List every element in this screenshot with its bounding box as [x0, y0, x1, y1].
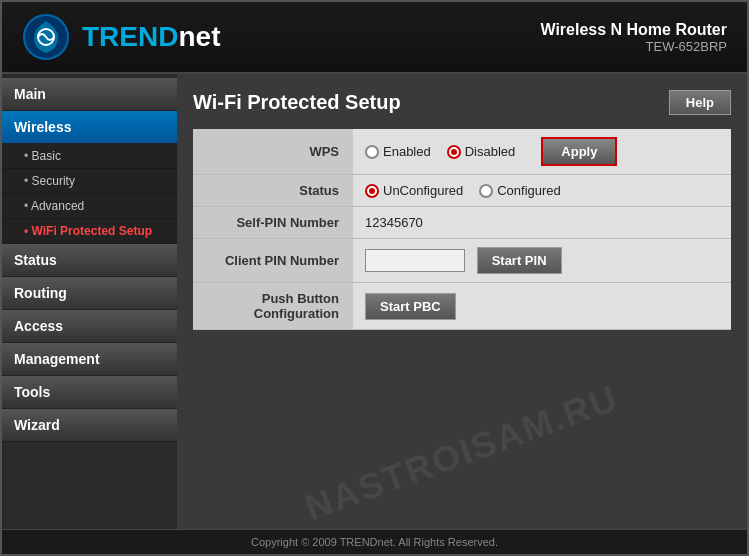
self-pin-row: Self-PIN Number 12345670 — [193, 207, 731, 239]
push-button-label: Push Button Configuration — [193, 283, 353, 330]
status-value-cell: UnConfigured Configured — [353, 175, 731, 207]
logo-area: TRENDnet — [22, 13, 220, 61]
client-pin-value-cell: Start PIN — [353, 239, 731, 283]
self-pin-number: 12345670 — [365, 215, 423, 230]
footer: Copyright © 2009 TRENDnet. All Rights Re… — [2, 529, 747, 554]
status-radio-group: UnConfigured Configured — [365, 183, 719, 198]
sidebar-item-tools[interactable]: Tools — [2, 376, 177, 409]
wps-enabled-label[interactable]: Enabled — [365, 144, 431, 159]
sidebar-item-wireless[interactable]: Wireless — [2, 111, 177, 144]
client-pin-row: Client PIN Number Start PIN — [193, 239, 731, 283]
unconfigured-text: UnConfigured — [383, 183, 463, 198]
sidebar-sub-basic[interactable]: Basic — [2, 144, 177, 169]
header: TRENDnet Wireless N Home Router TEW-652B… — [2, 2, 747, 74]
router-name: Wireless N Home Router — [540, 21, 727, 39]
panel-header: Wi-Fi Protected Setup Help — [193, 90, 731, 115]
wps-enabled-radio[interactable] — [365, 145, 379, 159]
unconfigured-label[interactable]: UnConfigured — [365, 183, 463, 198]
wps-disabled-radio[interactable] — [447, 145, 461, 159]
wps-form-table: WPS Enabled — [193, 129, 731, 330]
main-panel: Wi-Fi Protected Setup Help WPS Enabled — [177, 74, 747, 529]
router-info: Wireless N Home Router TEW-652BRP — [540, 21, 727, 54]
router-model: TEW-652BRP — [540, 39, 727, 54]
sidebar-item-routing[interactable]: Routing — [2, 277, 177, 310]
wps-row: WPS Enabled — [193, 129, 731, 175]
configured-radio[interactable] — [479, 184, 493, 198]
self-pin-label: Self-PIN Number — [193, 207, 353, 239]
sidebar-sub-advanced[interactable]: Advanced — [2, 194, 177, 219]
push-button-value-cell: Start PBC — [353, 283, 731, 330]
sidebar-item-management[interactable]: Management — [2, 343, 177, 376]
sidebar-item-access[interactable]: Access — [2, 310, 177, 343]
sidebar-wireless-submenu: Basic Security Advanced WiFi Protected S… — [2, 144, 177, 244]
trendnet-logo-icon — [22, 13, 70, 61]
unconfigured-radio[interactable] — [365, 184, 379, 198]
footer-text: Copyright © 2009 TRENDnet. All Rights Re… — [251, 536, 498, 548]
configured-label[interactable]: Configured — [479, 183, 561, 198]
status-row: Status UnConfigured — [193, 175, 731, 207]
wps-enabled-text: Enabled — [383, 144, 431, 159]
wps-label: WPS — [193, 129, 353, 175]
start-pin-button[interactable]: Start PIN — [477, 247, 562, 274]
wps-value-cell: Enabled Disabled Apply — [353, 129, 731, 175]
wps-radio-group: Enabled Disabled Apply — [365, 137, 719, 166]
sidebar-item-main[interactable]: Main — [2, 78, 177, 111]
push-button-row: Push Button Configuration Start PBC — [193, 283, 731, 330]
start-pbc-button[interactable]: Start PBC — [365, 293, 456, 320]
sidebar-sub-wps[interactable]: WiFi Protected Setup — [2, 219, 177, 244]
sidebar-sub-security[interactable]: Security — [2, 169, 177, 194]
logo-text: TRENDnet — [82, 21, 220, 53]
sidebar: Main Wireless Basic Security Advanced Wi… — [2, 74, 177, 529]
wps-disabled-label[interactable]: Disabled — [447, 144, 516, 159]
apply-button[interactable]: Apply — [541, 137, 617, 166]
help-button[interactable]: Help — [669, 90, 731, 115]
client-pin-label: Client PIN Number — [193, 239, 353, 283]
status-label: Status — [193, 175, 353, 207]
wps-disabled-text: Disabled — [465, 144, 516, 159]
client-pin-input[interactable] — [365, 249, 465, 272]
sidebar-item-wizard[interactable]: Wizard — [2, 409, 177, 442]
configured-text: Configured — [497, 183, 561, 198]
panel-title: Wi-Fi Protected Setup — [193, 91, 401, 114]
self-pin-value: 12345670 — [353, 207, 731, 239]
sidebar-item-status[interactable]: Status — [2, 244, 177, 277]
